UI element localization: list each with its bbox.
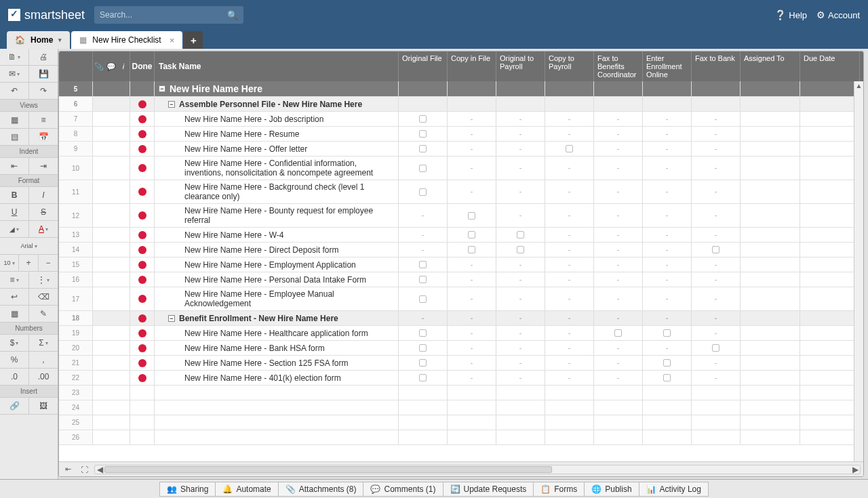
data-cell[interactable]: - bbox=[692, 287, 741, 310]
data-cell[interactable] bbox=[448, 386, 496, 400]
data-cell[interactable]: - bbox=[692, 204, 741, 227]
data-cell[interactable]: - bbox=[496, 257, 545, 272]
checkbox[interactable] bbox=[419, 374, 427, 381]
row-number[interactable]: 5 bbox=[59, 81, 93, 96]
data-cell[interactable]: - bbox=[692, 356, 741, 370]
data-cell[interactable]: - bbox=[448, 112, 496, 126]
scroll-left-icon[interactable]: ◀ bbox=[95, 465, 104, 474]
checkbox[interactable] bbox=[517, 231, 524, 238]
data-cell[interactable]: - bbox=[594, 180, 643, 203]
horizontal-scrollbar[interactable]: ◀ ▶ bbox=[94, 465, 861, 474]
status-cell[interactable] bbox=[130, 243, 155, 257]
data-cell[interactable] bbox=[496, 97, 545, 111]
data-cell[interactable] bbox=[399, 415, 448, 430]
data-cell[interactable] bbox=[448, 243, 496, 257]
checkbox[interactable] bbox=[712, 344, 719, 352]
data-cell[interactable] bbox=[448, 430, 496, 444]
data-cell[interactable]: - bbox=[448, 257, 496, 272]
data-cell[interactable] bbox=[800, 257, 860, 272]
data-cell[interactable]: - bbox=[448, 272, 496, 287]
data-cell[interactable]: - bbox=[448, 157, 496, 180]
sharing-button[interactable]: 👥Sharing bbox=[159, 482, 215, 497]
task-cell[interactable]: New Hire Name Here - Bounty request for … bbox=[155, 204, 399, 227]
task-cell[interactable]: New Hire Name Here - Confidential inform… bbox=[155, 157, 399, 180]
table-row[interactable]: 8New Hire Name Here - Resume------ bbox=[59, 127, 863, 142]
fill-color-icon[interactable]: ◢▾ bbox=[0, 221, 29, 237]
checkbox[interactable] bbox=[614, 329, 622, 337]
data-cell[interactable] bbox=[800, 341, 860, 355]
data-cell[interactable]: - bbox=[692, 180, 741, 203]
data-cell[interactable] bbox=[399, 127, 448, 141]
status-cell[interactable] bbox=[130, 272, 155, 287]
data-cell[interactable]: - bbox=[594, 204, 643, 227]
data-cell[interactable]: - bbox=[594, 341, 643, 355]
data-cell[interactable] bbox=[399, 356, 448, 370]
data-cell[interactable]: - bbox=[448, 371, 496, 385]
data-cell[interactable] bbox=[741, 430, 800, 444]
file-icon[interactable]: 🗎▾ bbox=[0, 49, 29, 65]
vertical-scrollbar[interactable]: ▲ bbox=[854, 81, 863, 461]
data-cell[interactable] bbox=[741, 97, 800, 111]
data-cell[interactable] bbox=[545, 142, 594, 156]
image-icon[interactable]: 🖼 bbox=[29, 398, 58, 414]
data-cell[interactable] bbox=[741, 356, 800, 370]
data-cell[interactable]: - bbox=[545, 287, 594, 310]
data-cell[interactable]: - bbox=[399, 204, 448, 227]
checkbox[interactable] bbox=[419, 188, 427, 196]
activity-button[interactable]: 📊Activity Log bbox=[639, 482, 709, 497]
checkbox[interactable] bbox=[419, 261, 427, 268]
help-link[interactable]: ❔Help bbox=[774, 9, 807, 20]
data-cell[interactable] bbox=[800, 415, 860, 430]
bold-icon[interactable]: B bbox=[0, 187, 29, 203]
data-cell[interactable]: - bbox=[448, 356, 496, 370]
data-cell[interactable] bbox=[448, 97, 496, 111]
table-row[interactable]: 22New Hire Name Here - 401(k) election f… bbox=[59, 371, 863, 386]
data-cell[interactable]: - bbox=[545, 157, 594, 180]
scroll-right-icon[interactable]: ▶ bbox=[850, 465, 860, 474]
status-cell[interactable] bbox=[130, 356, 155, 370]
data-cell[interactable]: - bbox=[399, 243, 448, 257]
data-cell[interactable] bbox=[448, 228, 496, 242]
data-cell[interactable]: - bbox=[448, 142, 496, 156]
data-cell[interactable] bbox=[399, 180, 448, 203]
table-row[interactable]: 18−Benefit Enrollment - New Hire Name He… bbox=[59, 311, 863, 326]
data-cell[interactable]: - bbox=[545, 243, 594, 257]
data-cell[interactable]: - bbox=[643, 272, 692, 287]
data-cell[interactable] bbox=[800, 272, 860, 287]
grid-view-icon[interactable]: ▦ bbox=[0, 112, 29, 128]
status-cell[interactable] bbox=[130, 81, 155, 96]
table-row[interactable]: 17New Hire Name Here - Employee Manual A… bbox=[59, 287, 863, 311]
data-cell[interactable]: - bbox=[594, 112, 643, 126]
col-task[interactable]: Task Name bbox=[155, 51, 399, 81]
data-cell[interactable]: - bbox=[594, 142, 643, 156]
row-number[interactable]: 7 bbox=[59, 112, 93, 126]
data-cell[interactable]: - bbox=[545, 112, 594, 126]
size-down-icon[interactable]: − bbox=[39, 255, 58, 271]
data-cell[interactable] bbox=[800, 204, 860, 227]
row-number[interactable]: 24 bbox=[59, 400, 93, 415]
data-cell[interactable]: - bbox=[692, 326, 741, 340]
font-select[interactable]: Arial▾ bbox=[0, 238, 58, 254]
data-cell[interactable] bbox=[741, 311, 800, 325]
data-cell[interactable] bbox=[741, 127, 800, 141]
data-cell[interactable] bbox=[692, 386, 741, 400]
collapse-icon[interactable]: − bbox=[168, 315, 175, 322]
data-cell[interactable] bbox=[692, 400, 741, 415]
calendar-view-icon[interactable]: 📅 bbox=[29, 129, 58, 145]
data-cell[interactable] bbox=[399, 157, 448, 180]
row-number[interactable]: 13 bbox=[59, 228, 93, 242]
forms-button[interactable]: 📋Forms bbox=[533, 482, 584, 497]
card-view-icon[interactable]: ▤ bbox=[0, 129, 29, 145]
size-select[interactable]: 10▾ bbox=[0, 255, 19, 271]
checkbox[interactable] bbox=[468, 212, 475, 220]
task-cell[interactable]: New Hire Name Here - Job description bbox=[155, 112, 399, 126]
data-cell[interactable]: - bbox=[545, 204, 594, 227]
data-cell[interactable]: - bbox=[496, 311, 545, 325]
data-cell[interactable] bbox=[399, 287, 448, 310]
data-cell[interactable] bbox=[399, 81, 448, 96]
checkbox[interactable] bbox=[419, 295, 427, 303]
checkbox[interactable] bbox=[663, 374, 671, 381]
task-cell[interactable] bbox=[155, 386, 399, 400]
data-cell[interactable]: - bbox=[643, 142, 692, 156]
status-cell[interactable] bbox=[130, 97, 155, 111]
